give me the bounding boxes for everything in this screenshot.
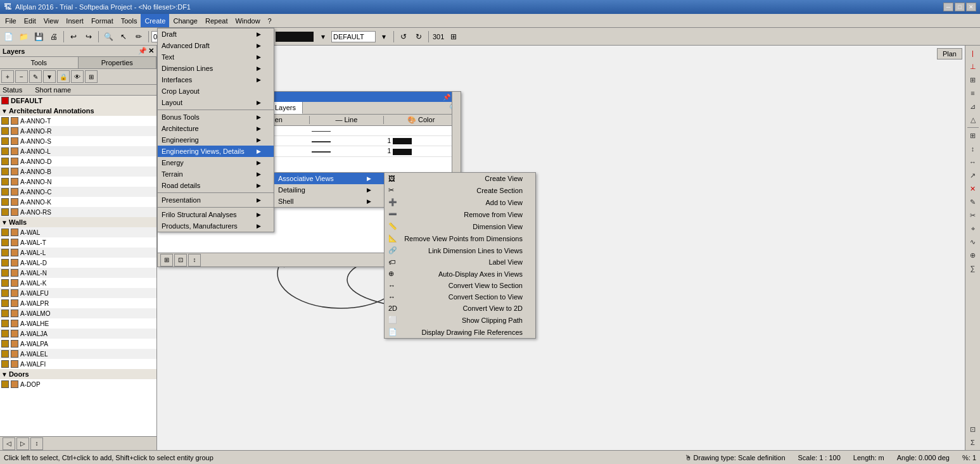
float-pin-icon[interactable]: 📌	[443, 94, 450, 101]
right-btn-5[interactable]: ⊿	[967, 100, 979, 113]
menu-engineering[interactable]: Engineering ▶	[158, 134, 274, 146]
menu-road-details[interactable]: Road details ▶	[158, 180, 274, 191]
list-item[interactable]: A-ANNO-B	[0, 166, 156, 177]
new-layer-btn[interactable]: +	[1, 70, 14, 83]
del-layer-btn[interactable]: −	[15, 70, 28, 83]
list-item[interactable]: A-WAL	[0, 227, 156, 237]
menu-products[interactable]: Products, Manufacturers ▶	[158, 220, 274, 232]
submenu-clipping[interactable]: ⬜ Show Clipping Path	[385, 314, 535, 326]
submenu-draw-refs[interactable]: 📄 Display Drawing File References	[385, 326, 535, 338]
list-item[interactable]: A-ANNO-D	[0, 156, 156, 166]
list-item[interactable]: A-WALEL	[0, 349, 156, 359]
menu-advanced-draft[interactable]: Advanced Draft ▶	[158, 40, 274, 51]
menu-interfaces[interactable]: Interfaces ▶	[158, 74, 274, 85]
list-item[interactable]: A-WAL-N	[0, 268, 156, 278]
menu-edit[interactable]: Edit	[20, 14, 40, 27]
submenu-link-dim[interactable]: 🔗 Link Dimension Lines to Views	[385, 244, 535, 256]
arch-annotations-group[interactable]: ▼ Architectural Annotations	[0, 106, 156, 116]
submenu-dimension-view[interactable]: 📏 Dimension View	[385, 220, 535, 232]
list-item[interactable]: A-WAL-L	[0, 248, 156, 258]
right-btn-4[interactable]: ≡	[967, 87, 979, 99]
default-layer-row[interactable]: DEFAULT	[0, 96, 156, 106]
right-btn-14[interactable]: ∿	[967, 235, 979, 248]
doors-group[interactable]: ▼ Doors	[0, 369, 156, 379]
list-item[interactable]: A-WALHE	[0, 318, 156, 329]
right-btn-16[interactable]: ∑	[967, 262, 979, 275]
menu-energy[interactable]: Energy ▶	[158, 157, 274, 168]
tab-tools[interactable]: Tools	[0, 57, 79, 68]
right-btn-1[interactable]: |	[967, 47, 979, 60]
menu-change[interactable]: Change	[169, 14, 201, 27]
menu-architecture[interactable]: Architecture ▶	[158, 123, 274, 134]
list-item[interactable]: A-ANNO-S	[0, 136, 156, 146]
default-input[interactable]	[331, 31, 376, 42]
right-btn-12[interactable]: ✂	[967, 209, 979, 222]
open-btn[interactable]: 📁	[16, 30, 30, 44]
menu-crop-layout[interactable]: Crop Layout	[158, 85, 274, 97]
edit-layer-btn[interactable]: ✎	[29, 70, 42, 83]
menu-draft[interactable]: Draft ▶	[158, 28, 274, 40]
list-item[interactable]: A-ANNO-T	[0, 116, 156, 126]
panel-close-icon[interactable]: ✕	[148, 47, 154, 55]
lock-btn[interactable]: 🔒	[57, 70, 70, 83]
menu-presentation[interactable]: Presentation ▶	[158, 194, 274, 206]
print-btn[interactable]: 🖨	[47, 30, 61, 44]
float-btn3[interactable]: ↕	[188, 254, 201, 266]
close-button[interactable]: ✕	[966, 3, 976, 11]
right-btn-9[interactable]: ↔	[967, 156, 979, 168]
menu-file[interactable]: File	[1, 14, 20, 27]
refresh2-btn[interactable]: ↻	[412, 30, 426, 44]
right-btn-2[interactable]: ⊥	[967, 60, 979, 73]
right-btn-13[interactable]: ⌖	[967, 222, 979, 235]
right-btn-sigma[interactable]: Σ	[967, 436, 979, 449]
menu-tools[interactable]: Tools	[117, 14, 141, 27]
submenu-conv-2d[interactable]: 2D Convert View to 2D	[385, 303, 535, 314]
layers-btn3[interactable]: ↕	[30, 437, 43, 450]
menu-layout[interactable]: Layout ▶	[158, 97, 274, 108]
filter-btn[interactable]: ▼	[43, 70, 56, 83]
default-dropdown[interactable]: ▾	[377, 30, 391, 44]
expand-btn[interactable]: ⊞	[85, 70, 98, 83]
window-controls[interactable]: ─ □ ✕	[943, 3, 976, 11]
list-item[interactable]: A-ANNO-K	[0, 197, 156, 207]
layers-btn1[interactable]: ◁	[3, 437, 15, 450]
list-item[interactable]: A-WALJA	[0, 329, 156, 339]
list-item[interactable]: A-WALMO	[0, 308, 156, 318]
grid-btn[interactable]: ⊞	[447, 30, 461, 44]
pencil-btn[interactable]: ✏	[132, 30, 146, 44]
menu-view[interactable]: View	[40, 14, 63, 27]
panel-pin-icon[interactable]: 📌	[138, 47, 147, 55]
walls-group[interactable]: ▼ Walls	[0, 217, 156, 227]
submenu-remove-from-view[interactable]: ➖ Remove from View	[385, 208, 535, 220]
submenu-conv-view-section[interactable]: ↔ Convert View to Section	[385, 280, 535, 291]
right-btn-15[interactable]: ⊕	[967, 249, 979, 261]
select-btn[interactable]: ↖	[117, 30, 130, 44]
zoom-btn[interactable]: 🔍	[101, 30, 115, 44]
list-item[interactable]: A-WALFU	[0, 288, 156, 298]
show-btn[interactable]: 👁	[71, 70, 84, 83]
right-btn-6[interactable]: △	[967, 113, 979, 126]
list-item[interactable]: A-ANNO-C	[0, 187, 156, 197]
menu-window[interactable]: Window	[231, 14, 264, 27]
list-item[interactable]: A-ANNO-R	[0, 126, 156, 136]
list-item[interactable]: A-WAL-D	[0, 258, 156, 268]
new-btn[interactable]: 📄	[1, 30, 15, 44]
save-btn[interactable]: 💾	[32, 30, 46, 44]
menu-insert[interactable]: Insert	[62, 14, 87, 27]
right-btn-close[interactable]: ✕	[967, 182, 979, 195]
menu-help[interactable]: ?	[264, 14, 276, 27]
tab-properties[interactable]: Properties	[79, 57, 157, 68]
right-btn-11[interactable]: ✎	[967, 196, 979, 208]
float-btn1[interactable]: ⊞	[160, 254, 173, 266]
layers-btn2[interactable]: ▷	[16, 437, 29, 450]
submenu-assoc-views[interactable]: Associative Views ▶	[274, 173, 384, 184]
color-dropdown[interactable]: ▾	[316, 30, 330, 44]
maximize-button[interactable]: □	[955, 3, 965, 11]
undo-btn[interactable]: ↩	[67, 30, 80, 44]
submenu-label-view[interactable]: 🏷 Label View	[385, 256, 535, 268]
menu-format[interactable]: Format	[87, 14, 117, 27]
submenu-conv-section-view[interactable]: ↔ Convert Section to View	[385, 291, 535, 303]
list-item[interactable]: A-DOP	[0, 379, 156, 389]
right-btn-7[interactable]: ⊞	[967, 129, 979, 142]
menu-repeat[interactable]: Repeat	[201, 14, 231, 27]
